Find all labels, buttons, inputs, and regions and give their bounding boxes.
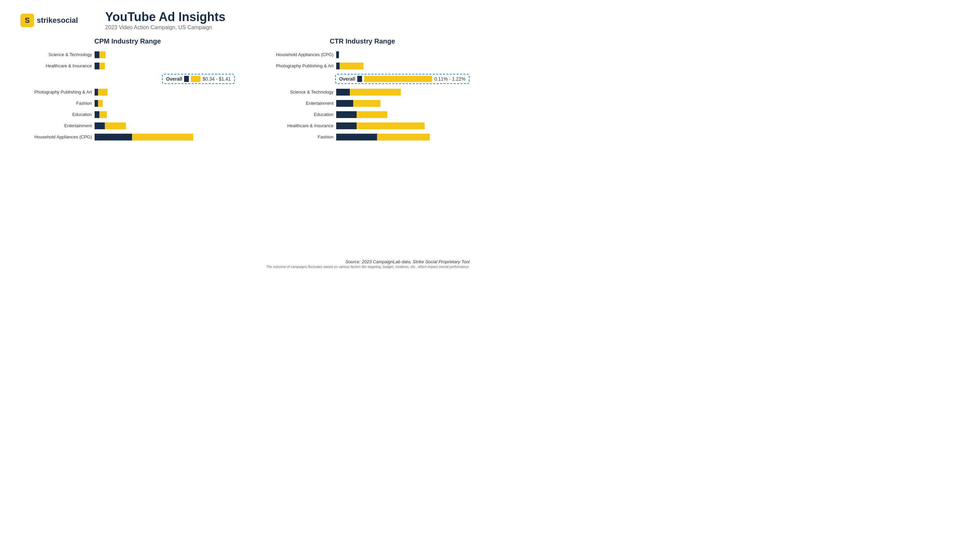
page: S strikesocial YouTube Ad Insights 2023 … (0, 0, 490, 275)
bar-dark (336, 89, 350, 95)
bar-yellow (340, 63, 363, 69)
bar-yellow (377, 134, 430, 140)
bar-yellow (98, 89, 108, 95)
bar-dark (95, 122, 105, 129)
ctr-row-household: Household Appliances (CPG) (255, 51, 469, 58)
cpm-row-education: Education (21, 111, 235, 118)
cpm-label-household: Household Appliances (CPG) (21, 134, 92, 140)
cpm-overall-box: Overall $0.34 - $1.41 (162, 74, 235, 84)
ctr-bar-education (336, 111, 387, 118)
ctr-bar-photography (336, 63, 363, 69)
bar-yellow (353, 100, 380, 107)
ctr-row-education: Education (255, 111, 469, 118)
overall-bar-dark (357, 76, 362, 82)
cpm-overall-section: Overall $0.34 - $1.41 (21, 74, 235, 84)
overall-bar-yellow (364, 76, 432, 82)
ctr-bar-fashion (336, 134, 430, 140)
ctr-row-fashion: Fashion (255, 134, 469, 140)
bar-yellow (105, 122, 126, 129)
cpm-label-fashion: Fashion (21, 101, 92, 106)
bar-yellow (132, 134, 193, 140)
cpm-bar-photography (95, 89, 108, 95)
cpm-row-photography: Photography Publishing & Art (21, 89, 235, 95)
ctr-bar-entertainment (336, 100, 380, 107)
bar-dark (336, 134, 377, 140)
logo-icon: S (21, 14, 34, 27)
ctr-bar-household (336, 51, 339, 58)
overall-bar-dark (184, 76, 189, 82)
bar-dark (95, 89, 98, 95)
cpm-label-science: Science & Technology (21, 52, 92, 57)
bar-yellow (99, 51, 105, 58)
cpm-row-science: Science & Technology (21, 51, 235, 58)
bar-yellow (99, 63, 105, 69)
bar-dark (95, 134, 132, 140)
ctr-chart-section: CTR Industry Range Household Appliances … (255, 37, 469, 145)
footer-disclaimer: The outcome of campaigns fluctuates base… (266, 265, 469, 269)
cpm-label-education: Education (21, 112, 92, 117)
cpm-bar-entertainment (95, 122, 126, 129)
logo-area: S strikesocial (21, 14, 78, 27)
ctr-bar-healthcare (336, 122, 425, 129)
cpm-bar-fashion (95, 100, 103, 107)
ctr-label-household: Household Appliances (CPG) (255, 52, 334, 57)
cpm-chart-title: CPM Industry Range (21, 37, 235, 45)
ctr-row-entertainment: Entertainment (255, 100, 469, 107)
cpm-label-entertainment: Entertainment (21, 123, 92, 128)
charts-container: CPM Industry Range Science & Technology … (21, 37, 469, 145)
ctr-label-education: Education (255, 112, 334, 117)
title-area: YouTube Ad Insights 2023 Video Action Ca… (105, 10, 225, 30)
ctr-row-healthcare: Healthcare & Insurance (255, 122, 469, 129)
logo-letter: S (25, 16, 30, 25)
ctr-chart-title: CTR Industry Range (255, 37, 469, 45)
bar-dark (95, 100, 98, 107)
ctr-row-photography: Photography Publishing & Art (255, 63, 469, 69)
header: S strikesocial YouTube Ad Insights 2023 … (21, 10, 469, 30)
cpm-bar-household (95, 134, 193, 140)
ctr-label-fashion: Fashion (255, 134, 334, 140)
bar-dark (336, 111, 356, 118)
cpm-chart-section: CPM Industry Range Science & Technology … (21, 37, 235, 145)
ctr-row-science: Science & Technology (255, 89, 469, 95)
logo-text: strikesocial (37, 16, 78, 25)
ctr-bar-science (336, 89, 401, 95)
cpm-bar-healthcare (95, 63, 105, 69)
bar-yellow (99, 111, 107, 118)
logo-normal: social (57, 16, 78, 24)
ctr-label-entertainment: Entertainment (255, 101, 334, 106)
cpm-label-photography: Photography Publishing & Art (21, 89, 92, 95)
ctr-overall-section: Overall 0.11% - 1.22% (255, 74, 469, 84)
cpm-row-healthcare: Healthcare & Insurance (21, 63, 235, 69)
ctr-overall-box: Overall 0.11% - 1.22% (335, 74, 469, 84)
bar-yellow (356, 111, 387, 118)
bar-dark (95, 63, 99, 69)
bar-dark (336, 100, 353, 107)
cpm-label-healthcare: Healthcare & Insurance (21, 63, 92, 68)
page-subtitle: 2023 Video Action Campaign, US Campaign (105, 24, 225, 30)
cpm-overall-label: Overall (166, 76, 182, 82)
bar-dark (336, 63, 340, 69)
bar-yellow (350, 89, 401, 95)
cpm-bar-science (95, 51, 105, 58)
logo-bold: strike (37, 16, 57, 24)
bar-dark (336, 122, 356, 129)
cpm-row-fashion: Fashion (21, 100, 235, 107)
bar-dark (95, 51, 99, 58)
footer-source: Source: 2023 CampaignLab data, Strike So… (266, 259, 469, 264)
footer: Source: 2023 CampaignLab data, Strike So… (266, 259, 469, 269)
bar-dark (95, 111, 99, 118)
overall-bar-yellow (191, 76, 200, 82)
ctr-label-photography: Photography Publishing & Art (255, 63, 334, 68)
ctr-label-healthcare: Healthcare & Insurance (255, 123, 334, 128)
cpm-row-household: Household Appliances (CPG) (21, 134, 235, 140)
bar-dark (336, 51, 339, 58)
cpm-row-entertainment: Entertainment (21, 122, 235, 129)
bar-yellow (356, 122, 425, 129)
bar-yellow (98, 100, 103, 107)
ctr-label-science: Science & Technology (255, 89, 334, 95)
cpm-bar-education (95, 111, 107, 118)
page-title: YouTube Ad Insights (105, 10, 225, 24)
cpm-overall-range: $0.34 - $1.41 (202, 76, 231, 82)
ctr-overall-range: 0.11% - 1.22% (434, 76, 466, 82)
ctr-overall-label: Overall (339, 76, 355, 82)
